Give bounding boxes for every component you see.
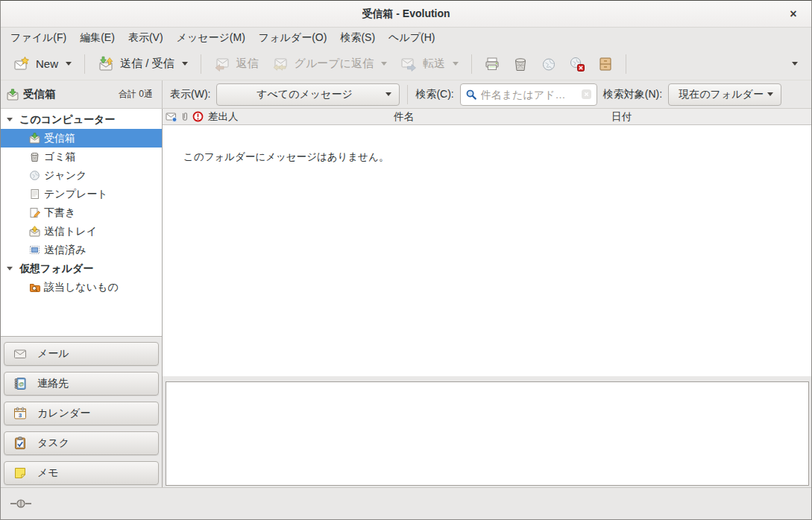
switcher-mail-button[interactable]: メール xyxy=(4,342,159,366)
junk-icon xyxy=(541,56,557,72)
group-label: このコンピューター xyxy=(19,113,115,127)
send-receive-button[interactable]: 送信 / 受信 xyxy=(91,51,195,77)
vfolder-search-icon xyxy=(29,282,40,293)
folder-label: 受信箱 xyxy=(44,132,75,145)
column-date[interactable]: 日付 xyxy=(611,110,811,124)
forward-icon xyxy=(400,56,417,72)
sidebar-item-outbox[interactable]: 送信トレイ xyxy=(1,222,162,241)
forward-dropdown-caret-icon[interactable] xyxy=(453,62,459,66)
menu-search[interactable]: 検索(S) xyxy=(333,28,382,48)
content-area: このコンピューター 受信箱 ゴミ箱 xyxy=(1,109,811,487)
templates-icon xyxy=(29,188,40,200)
archive-button[interactable] xyxy=(591,51,620,77)
switcher-label: メール xyxy=(37,347,69,361)
sidebar-item-junk[interactable]: ジャンク xyxy=(1,166,162,185)
memo-icon xyxy=(13,466,27,480)
menu-view[interactable]: 表示(V) xyxy=(122,28,170,48)
sidebar-item-templates[interactable]: テンプレート xyxy=(1,185,162,203)
send-receive-icon xyxy=(98,56,114,72)
window-title: 受信箱 - Evolution xyxy=(362,7,450,21)
junk-icon xyxy=(29,170,40,181)
important-icon[interactable] xyxy=(192,111,204,122)
toolbar-overflow-button[interactable] xyxy=(783,62,805,66)
sent-icon xyxy=(29,244,40,256)
message-filter-value: すべてのメッセージ xyxy=(224,88,384,101)
switcher-label: メモ xyxy=(37,466,59,480)
menu-message[interactable]: メッセージ(M) xyxy=(170,28,252,48)
print-icon xyxy=(484,56,500,72)
not-junk-icon xyxy=(569,56,585,72)
status-bar xyxy=(1,487,811,519)
print-button[interactable] xyxy=(478,51,506,77)
delete-button[interactable] xyxy=(506,51,535,77)
contacts-icon: @ xyxy=(13,377,27,390)
reply-icon xyxy=(214,56,230,72)
toolbar-separator xyxy=(626,54,626,74)
sidebar-item-inbox[interactable]: 受信箱 xyxy=(1,129,162,148)
group-label: 仮想フォルダー xyxy=(19,262,93,276)
expander-icon[interactable] xyxy=(7,267,13,270)
message-filter-dropdown[interactable]: すべてのメッセージ xyxy=(216,83,400,106)
toolbar-separator xyxy=(84,54,85,74)
switcher-calendar-button[interactable]: 3 カレンダー xyxy=(4,402,159,425)
column-from[interactable]: 差出人 xyxy=(163,110,394,124)
scope-caret-icon xyxy=(767,92,773,96)
outbox-icon xyxy=(29,226,40,237)
sidebar-item-trash[interactable]: ゴミ箱 xyxy=(1,148,162,166)
reply-button[interactable]: 返信 xyxy=(207,51,265,77)
show-label: 表示(W): xyxy=(170,88,210,101)
new-dropdown-caret-icon[interactable] xyxy=(66,62,72,66)
preview-pane[interactable] xyxy=(166,381,809,486)
column-subject[interactable]: 件名 xyxy=(394,110,611,124)
toolbar-separator xyxy=(201,54,201,74)
folder-label: 下書き xyxy=(44,206,75,220)
menu-edit[interactable]: 編集(E) xyxy=(73,28,122,48)
folder-tree: このコンピューター 受信箱 ゴミ箱 xyxy=(1,109,162,337)
send-receive-label: 送信 / 受信 xyxy=(120,57,174,71)
forward-button[interactable]: 転送 xyxy=(394,51,465,77)
read-status-icon[interactable] xyxy=(166,111,177,122)
pane-splitter[interactable] xyxy=(163,376,811,381)
sidebar-group-this-computer[interactable]: このコンピューター xyxy=(1,110,162,129)
switcher-contacts-button[interactable]: @ 連絡先 xyxy=(4,372,159,396)
folder-label: 送信トレイ xyxy=(44,225,97,238)
not-junk-button[interactable] xyxy=(563,51,591,77)
switcher-tasks-button[interactable]: タスク xyxy=(4,431,159,455)
sidebar-group-search-folders[interactable]: 仮想フォルダー xyxy=(1,259,162,278)
switcher-memos-button[interactable]: メモ xyxy=(4,461,159,485)
search-scope-dropdown[interactable]: 現在のフォルダー xyxy=(668,83,781,106)
expander-icon[interactable] xyxy=(7,118,13,121)
column-from-label: 差出人 xyxy=(208,110,239,124)
message-list[interactable]: このフォルダーにメッセージはありません。 xyxy=(163,125,811,376)
folder-label: 送信済み xyxy=(44,244,86,257)
online-status-icon[interactable] xyxy=(10,498,32,510)
group-reply-button[interactable]: グループに返信 xyxy=(265,51,394,77)
folder-label: ジャンク xyxy=(44,169,86,183)
close-button[interactable]: × xyxy=(786,7,801,22)
view-switcher: メール @ 連絡先 xyxy=(1,337,162,487)
new-mail-icon xyxy=(13,56,30,72)
folderbar-separator xyxy=(407,85,408,104)
group-reply-dropdown-caret-icon[interactable] xyxy=(381,62,387,66)
svg-text:3: 3 xyxy=(19,412,22,419)
current-folder-info: 受信箱 合計 0通 xyxy=(1,80,163,108)
sidebar-item-sent[interactable]: 送信済み xyxy=(1,241,162,259)
sidebar-item-drafts[interactable]: 下書き xyxy=(1,203,162,222)
search-label: 検索(C): xyxy=(415,88,453,101)
search-icon xyxy=(465,89,477,101)
new-button[interactable]: New xyxy=(7,51,78,77)
junk-button[interactable] xyxy=(535,51,563,77)
search-box xyxy=(460,83,597,106)
search-input[interactable] xyxy=(481,89,577,101)
menu-file[interactable]: ファイル(F) xyxy=(4,28,73,48)
filter-search-bar: 表示(W): すべてのメッセージ 検索(C): 検索対象(N): xyxy=(163,80,811,108)
menu-help[interactable]: ヘルプ(H) xyxy=(382,28,441,48)
column-subject-label: 件名 xyxy=(394,111,414,122)
menu-folder[interactable]: フォルダー(O) xyxy=(252,28,334,48)
attachment-icon[interactable] xyxy=(179,111,190,122)
titlebar: 受信箱 - Evolution × xyxy=(1,1,811,28)
switcher-label: 連絡先 xyxy=(37,377,69,390)
send-receive-dropdown-caret-icon[interactable] xyxy=(182,62,188,66)
clear-search-icon[interactable] xyxy=(581,89,592,100)
sidebar-item-unmatched[interactable]: 該当しないもの xyxy=(1,278,162,297)
